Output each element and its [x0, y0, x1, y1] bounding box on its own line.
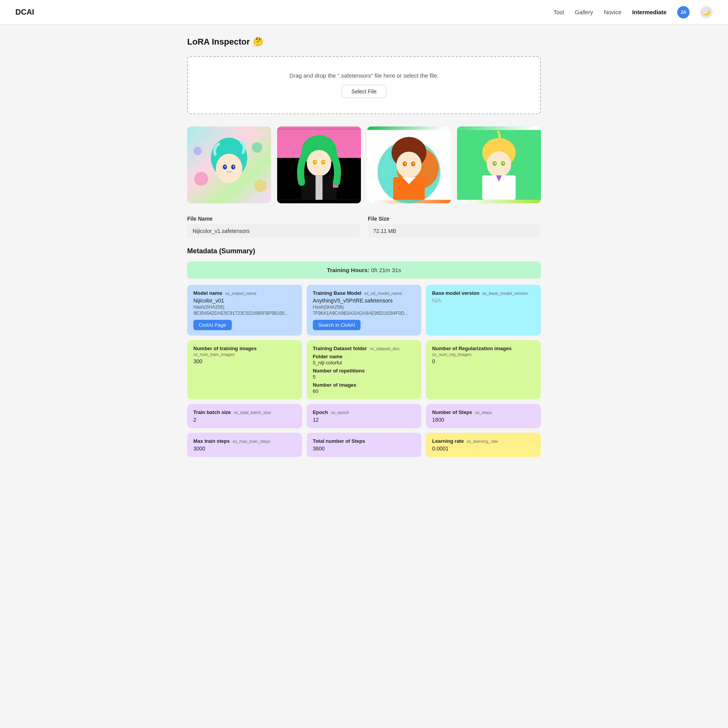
max-steps-key: ss_max_train_steps	[233, 439, 270, 444]
epoch-value: 12	[313, 417, 416, 423]
num-steps-value: 1800	[432, 417, 535, 423]
folder-name-label: Folder name	[313, 354, 342, 359]
file-name-label: File Name	[187, 216, 360, 222]
gallery-item-2[interactable]	[277, 126, 361, 203]
gallery-row	[187, 126, 541, 203]
meta-card-max-steps: Max train steps ss_max_train_steps 3000	[187, 433, 302, 457]
meta-card-reg-images: Number of Regularization images ss_num_r…	[426, 340, 541, 399]
epoch-title: Epoch	[313, 409, 328, 415]
metadata-grid-row4: Max train steps ss_max_train_steps 3000 …	[187, 433, 541, 457]
num-train-title: Number of training images	[193, 346, 257, 351]
page-title: LoRA Inspector 🤔	[187, 37, 541, 47]
reg-images-key: ss_num_reg_images	[432, 352, 535, 357]
repetitions-value: 5	[313, 374, 416, 380]
svg-point-38	[494, 163, 496, 164]
metadata-title: Metadata (Summary)	[187, 247, 541, 255]
svg-point-26	[396, 151, 421, 178]
learning-rate-key: ss_learning_rate	[467, 439, 498, 444]
avatar[interactable]: JA	[677, 6, 690, 18]
page-title-emoji: 🤔	[253, 37, 263, 47]
num-train-value: 300	[193, 358, 296, 364]
gallery-item-3[interactable]	[367, 126, 451, 203]
navbar: DCAI Tool Gallery Novice Intermediate JA…	[0, 0, 728, 25]
model-name-hash-label: Hash(SHA256)	[193, 304, 296, 310]
svg-point-14	[307, 150, 331, 176]
nav-links: Tool Gallery Novice Intermediate JA 🌙	[553, 6, 713, 18]
num-images-label: Number of images	[313, 382, 356, 388]
select-file-button[interactable]: Select File	[342, 85, 386, 98]
batch-size-title: Train batch size	[193, 409, 231, 415]
svg-point-30	[404, 163, 406, 165]
training-hours-label: Training Hours:	[327, 267, 369, 273]
meta-card-base-version: Base model version ss_base_model_version…	[426, 285, 541, 336]
gallery-item-4[interactable]	[457, 126, 541, 203]
meta-card-training-base: Training Base Model ss_sd_model_name Any…	[307, 285, 422, 336]
meta-card-dataset: Training Dataset folder ss_dataset_dirs …	[307, 340, 422, 399]
model-name-hash-value: 9E354542DAE5C91723C5D16B5FBF9B100...	[193, 311, 296, 316]
meta-card-model-name: Model name ss_output_name Nijicolor_v01 …	[187, 285, 302, 336]
svg-point-8	[252, 142, 262, 153]
svg-point-6	[233, 166, 234, 168]
training-hours-banner: Training Hours: 0h 21m 31s	[187, 261, 541, 279]
base-version-value: N/A	[432, 298, 535, 304]
reg-images-title: Number of Regularization images	[432, 346, 512, 351]
total-steps-value: 3600	[313, 445, 416, 452]
learning-rate-title: Learning rate	[432, 438, 464, 444]
model-name-value: Nijicolor_v01	[193, 298, 296, 304]
repetitions-label: Number of repetitions	[313, 368, 365, 374]
num-train-key: ss_num_train_images	[193, 352, 296, 357]
file-name-block: File Name Nijicolor_v1.safetensors	[187, 216, 360, 238]
num-steps-title: Number of Steps	[432, 409, 472, 415]
svg-point-2	[216, 154, 242, 183]
training-base-key: ss_sd_model_name	[364, 291, 402, 296]
file-size-value: 72.11 MB	[368, 224, 541, 238]
learning-rate-value: 0.0001	[432, 445, 535, 452]
nav-gallery[interactable]: Gallery	[575, 9, 593, 15]
meta-card-batch-size: Train batch size ss_total_batch_size 2	[187, 404, 302, 428]
svg-point-20	[314, 161, 316, 163]
nav-novice[interactable]: Novice	[604, 9, 622, 15]
metadata-grid-row3: Train batch size ss_total_batch_size 2 E…	[187, 404, 541, 428]
theme-toggle[interactable]: 🌙	[700, 6, 713, 18]
gallery-item-1[interactable]	[187, 126, 271, 203]
main-content: LoRA Inspector 🤔 Drag and drop the ".saf…	[180, 25, 548, 474]
metadata-grid-row1: Model name ss_output_name Nijicolor_v01 …	[187, 285, 541, 336]
num-steps-key: ss_steps	[475, 410, 492, 415]
svg-point-5	[224, 166, 226, 168]
base-version-key: ss_base_model_version	[482, 291, 528, 296]
max-steps-value: 3000	[193, 445, 296, 452]
training-base-hash-label: Hash(SHA256)	[313, 304, 416, 310]
metadata-section: Metadata (Summary) Training Hours: 0h 21…	[187, 247, 541, 457]
search-civitai-button[interactable]: Search in CivitAI	[313, 320, 361, 330]
svg-point-31	[413, 163, 414, 165]
training-base-title: Training Base Model	[313, 290, 361, 296]
model-name-key: ss_output_name	[225, 291, 256, 296]
training-base-hash-value: 7F96A1A9CA9B3A3242A9AE95D19284F0D...	[313, 311, 416, 316]
meta-card-epoch: Epoch ss_epoch 12	[307, 404, 422, 428]
batch-size-value: 2	[193, 417, 296, 423]
dropzone: Drag and drop the ".safetensors" file he…	[187, 56, 541, 114]
dataset-title: Training Dataset folder	[313, 346, 367, 351]
svg-point-39	[503, 163, 504, 164]
nav-tool[interactable]: Tool	[553, 9, 564, 15]
meta-card-total-steps: Total number of Steps 3600	[307, 433, 422, 457]
training-hours-value: 0h 21m 31s	[371, 267, 401, 273]
nav-intermediate[interactable]: Intermediate	[632, 9, 667, 15]
file-size-block: File Size 72.11 MB	[368, 216, 541, 238]
folder-name-value: 5_niji colorful	[313, 360, 416, 366]
svg-point-9	[193, 147, 202, 155]
model-name-title: Model name	[193, 290, 222, 296]
epoch-key: ss_epoch	[331, 410, 349, 415]
num-images-value: 60	[313, 388, 416, 394]
metadata-grid-row2: Number of training images ss_num_train_i…	[187, 340, 541, 399]
total-steps-title: Total number of Steps	[313, 438, 365, 444]
svg-rect-16	[316, 175, 322, 200]
file-name-value: Nijicolor_v1.safetensors	[187, 224, 360, 238]
base-version-title: Base model version	[432, 290, 479, 296]
svg-point-34	[487, 151, 511, 177]
civitai-page-button[interactable]: CivitAI Page	[193, 320, 232, 330]
meta-card-num-train: Number of training images ss_num_train_i…	[187, 340, 302, 399]
svg-point-21	[323, 161, 324, 163]
batch-size-key: ss_total_batch_size	[234, 410, 271, 415]
training-base-value: AnythingV5_v5PrtRE.safetensors	[313, 298, 416, 304]
